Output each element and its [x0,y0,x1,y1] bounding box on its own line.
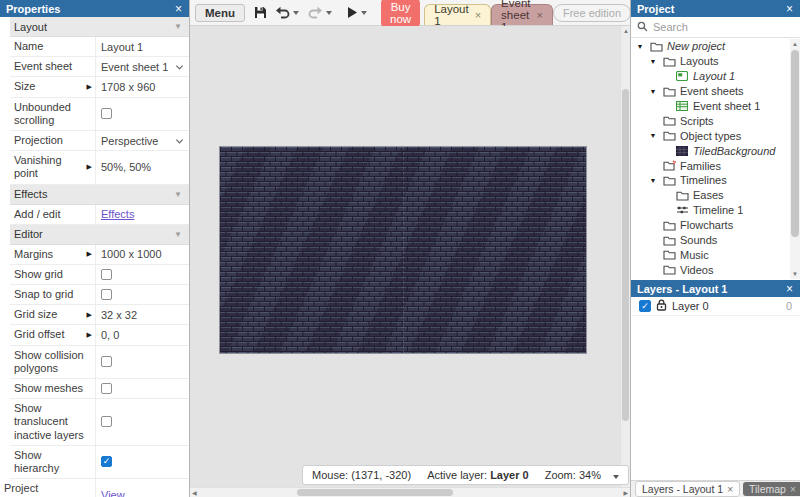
expanded-arrow-icon[interactable]: ▼ [648,58,658,65]
link-view[interactable]: View [101,489,125,497]
checkbox-show-collision-polygons[interactable] [101,356,112,367]
tree-item-layouts[interactable]: ▼Layouts [631,54,790,69]
property-value [95,399,189,445]
undo-dropdown-icon[interactable] [293,11,299,15]
folder-icon [662,130,676,141]
expand-icon[interactable]: ▶ [87,250,92,258]
tree-item-videos[interactable]: Videos [631,262,790,277]
tree-item-tiledbackground[interactable]: TiledBackground [631,143,790,158]
checkbox-snap-to-grid[interactable] [101,289,112,300]
status-bar: Mouse: (1371, -320) Active layer: Layer … [302,465,629,485]
value-text[interactable]: 1000 x 1000 [101,248,162,260]
tree-item-event-sheets[interactable]: ▼Event sheets [631,84,790,99]
buy-now-button[interactable]: Buy now [381,0,420,28]
canvas-vertical-scrollbar[interactable]: ▲ ▼ [620,26,630,487]
expanded-arrow-icon[interactable]: ▼ [648,132,658,139]
property-row-grid-offset: Grid offset▶0, 0 [10,325,189,345]
scroll-up-icon[interactable]: ▲ [792,41,798,47]
collapse-icon[interactable]: ▼ [174,22,182,31]
search-input[interactable] [653,21,794,33]
expand-icon[interactable]: ▶ [87,331,92,339]
tiledbackground-object[interactable] [220,147,586,353]
expanded-arrow-icon[interactable]: ▼ [648,177,658,184]
chevron-down-icon[interactable] [176,136,183,143]
checkbox-show-meshes[interactable] [101,383,112,394]
value-text[interactable]: 1708 x 960 [101,81,155,93]
layer-row[interactable]: ✓ Layer 0 0 [631,297,800,316]
scroll-left-icon[interactable]: ◀ [192,490,197,496]
close-icon[interactable]: × [790,484,796,495]
checkbox-show-grid[interactable] [101,269,112,280]
tree-item-music[interactable]: Music [631,247,790,262]
expanded-arrow-icon[interactable]: ▼ [648,88,658,95]
play-dropdown-icon[interactable] [361,11,367,15]
redo-icon[interactable] [308,6,323,19]
folder-icon [662,115,676,126]
expanded-arrow-icon[interactable]: ▼ [635,43,645,50]
close-icon[interactable]: × [727,484,733,495]
tab-event-sheet-1[interactable]: Event sheet 1 × [491,4,553,25]
value-text[interactable]: Perspective [101,135,158,147]
tree-item-eases[interactable]: Eases [631,188,790,203]
tab-tilemap[interactable]: Tilemap × [743,482,800,496]
tree-item-scripts[interactable]: Scripts [631,113,790,128]
zoom-level[interactable]: Zoom: 34% [545,469,619,481]
property-label: Show hierarchy [10,446,95,478]
tree-item-families[interactable]: Families [631,158,790,173]
scroll-up-icon[interactable]: ▲ [623,28,629,34]
checkbox-show-translucent-inactive-layers[interactable] [101,416,112,427]
scrollbar-thumb[interactable] [622,89,629,421]
menu-button[interactable]: Menu [195,4,245,22]
scroll-right-icon[interactable]: ▶ [623,490,628,496]
scrollbar-thumb[interactable] [791,50,799,237]
project-scrollbar[interactable]: ▲ ▼ [790,39,800,279]
folder-icon [662,86,676,97]
project-panel-header: Project × [631,0,800,17]
redo-dropdown-icon[interactable] [326,11,332,15]
tab-layers-layout-1[interactable]: Layers - Layout 1 × [635,481,740,497]
close-icon[interactable]: × [786,3,793,15]
collapse-icon[interactable]: ▼ [174,230,182,239]
expand-icon[interactable]: ▶ [87,310,92,318]
value-text[interactable]: 50%, 50% [101,161,151,173]
tree-item-timelines[interactable]: ▼Timelines [631,173,790,188]
close-icon[interactable]: × [786,283,793,295]
tree-item-timeline-1[interactable]: Timeline 1 [631,203,790,218]
tree-item-event-sheet-1[interactable]: Event sheet 1 [631,99,790,114]
value-text[interactable]: 0, 0 [101,329,119,341]
chevron-down-icon[interactable] [176,62,183,69]
tree-item-sounds[interactable]: Sounds [631,233,790,248]
value-text[interactable]: Event sheet 1 [101,61,168,73]
layer-visibility-checkbox[interactable]: ✓ [639,300,651,312]
expand-icon[interactable]: ▶ [87,163,92,171]
property-value: ✓ [95,446,189,478]
tree-item-object-types[interactable]: ▼Object types [631,128,790,143]
section-header-editor[interactable]: Editor▼ [10,225,189,245]
section-label: Editor [14,228,43,240]
collapse-icon[interactable]: ▼ [174,190,182,199]
property-row-add-edit: Add / editEffects [10,205,189,225]
scrollbar-thumb[interactable] [297,489,453,496]
checkbox-unbounded-scrolling[interactable] [101,108,112,119]
layout-canvas[interactable]: Mouse: (1371, -320) Active layer: Layer … [190,26,630,497]
link-effects[interactable]: Effects [101,208,134,220]
tree-item-flowcharts[interactable]: Flowcharts [631,218,790,233]
tree-item-new-project[interactable]: ▼New project [631,39,790,54]
play-icon[interactable] [347,6,358,19]
value-text[interactable]: 32 x 32 [101,309,137,321]
checkbox-show-hierarchy[interactable]: ✓ [101,456,112,467]
close-icon[interactable]: × [475,9,481,21]
section-header-effects[interactable]: Effects▼ [10,185,189,205]
section-header-layout[interactable]: Layout▼ [10,17,189,37]
tree-item-layout-1[interactable]: Layout 1 [631,69,790,84]
lock-icon[interactable] [656,299,667,313]
expand-icon[interactable]: ▶ [87,83,92,91]
tab-layout-1[interactable]: Layout 1 × [424,4,491,25]
save-icon[interactable] [254,6,267,19]
close-icon[interactable]: × [537,9,543,21]
canvas-horizontal-scrollbar[interactable]: ◀ ▶ [190,487,630,497]
scroll-down-icon[interactable]: ▼ [792,271,798,277]
undo-icon[interactable] [275,6,290,19]
close-icon[interactable]: × [175,3,182,15]
chevron-down-icon[interactable] [613,475,619,479]
